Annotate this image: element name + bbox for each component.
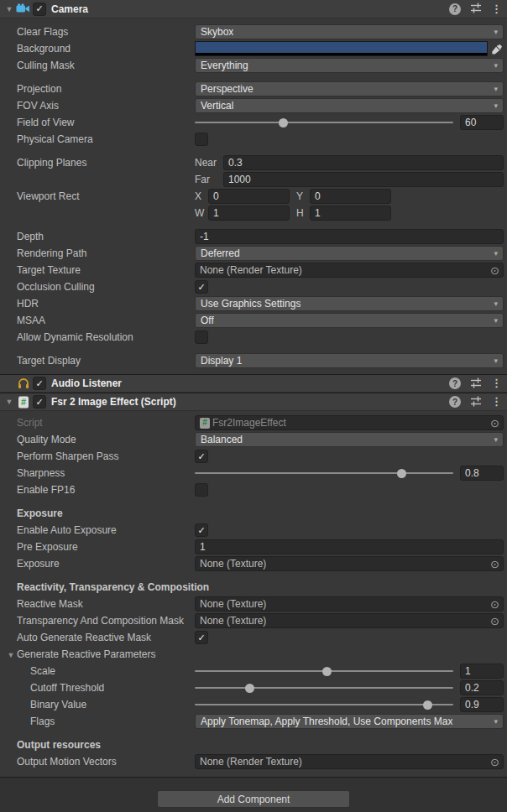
object-picker-icon[interactable]: ⊙ [487, 599, 499, 610]
cutoff-threshold-slider[interactable] [195, 680, 453, 695]
presets-icon[interactable] [470, 377, 482, 391]
scale-input[interactable]: 1 [460, 664, 504, 679]
field-label: Target Texture [0, 264, 195, 276]
audio-listener-component-header[interactable]: ✓ Audio Listener ? ⋮ [0, 374, 507, 393]
slider-knob[interactable] [322, 667, 332, 676]
kebab-menu-icon[interactable]: ⋮ [491, 377, 502, 389]
unity-inspector-panel: ▼ ✓ Camera ? ⋮ Clear Flags Skybox▾ Backg… [0, 0, 507, 812]
occlusion-culling-checkbox[interactable]: ✓ [195, 280, 208, 294]
help-icon[interactable]: ? [449, 377, 461, 389]
field-row-msaa: MSAA Off▾ [0, 312, 507, 329]
camera-component-header[interactable]: ▼ ✓ Camera ? ⋮ [0, 0, 507, 18]
clear-flags-dropdown[interactable]: Skybox▾ [195, 24, 504, 39]
kebab-menu-icon[interactable]: ⋮ [491, 396, 502, 408]
section-header-exposure: Exposure [0, 505, 507, 522]
field-label: Binary Value [0, 699, 195, 710]
field-label: Clipping Planes [0, 157, 195, 169]
field-row-clipping-far: Far 1000 [0, 171, 507, 188]
cutoff-threshold-input[interactable]: 0.2 [460, 680, 504, 695]
pre-exposure-input[interactable]: 1 [195, 539, 504, 554]
field-row-output-motion-vectors: Output Motion Vectors None (Render Textu… [0, 753, 507, 770]
quality-mode-dropdown[interactable]: Balanced▾ [195, 432, 504, 447]
depth-input[interactable]: -1 [195, 229, 504, 244]
field-row-flags: Flags Apply Tonemap, Apply Threshold, Us… [0, 713, 507, 730]
field-of-view-slider[interactable] [195, 115, 453, 130]
chevron-down-icon: ▾ [490, 299, 498, 308]
field-label: Rendering Path [0, 247, 195, 259]
help-icon[interactable]: ? [449, 3, 461, 15]
output-motion-vectors-object-field[interactable]: None (Render Texture)⊙ [195, 754, 504, 769]
fsr2-enabled-checkbox[interactable]: ✓ [33, 395, 46, 409]
field-row-occlusion-culling: Occlusion Culling ✓ [0, 278, 507, 295]
auto-generate-reactive-mask-checkbox[interactable]: ✓ [195, 631, 208, 644]
section-title: Reactivity, Transparency & Composition [0, 581, 353, 593]
chevron-down-icon: ▾ [490, 85, 498, 93]
object-picker-icon[interactable]: ⊙ [487, 616, 499, 627]
viewport-x-input[interactable]: 0 [208, 189, 290, 204]
field-label: Target Display [0, 355, 195, 367]
field-row-fov-axis: FOV Axis Vertical▾ [0, 97, 507, 114]
far-clip-input[interactable]: 1000 [223, 172, 504, 187]
kebab-menu-icon[interactable]: ⋮ [491, 3, 502, 15]
culling-mask-dropdown[interactable]: Everything▾ [195, 58, 504, 73]
enable-auto-exposure-checkbox[interactable]: ✓ [195, 523, 208, 537]
component-title: Audio Listener [51, 377, 122, 389]
projection-dropdown[interactable]: Perspective▾ [195, 81, 504, 96]
field-row-physical-camera: Physical Camera [0, 131, 507, 148]
object-picker-icon[interactable]: ⊙ [487, 757, 499, 768]
field-row-enable-fp16: Enable FP16 [0, 481, 507, 498]
foldout-arrow-icon[interactable]: ▼ [5, 651, 17, 659]
binary-value-slider[interactable] [195, 697, 453, 712]
add-component-button[interactable]: Add Component [157, 790, 350, 808]
chevron-down-icon: ▾ [490, 316, 498, 325]
viewport-w-input[interactable]: 1 [208, 206, 290, 221]
eyedropper-icon[interactable] [491, 42, 504, 55]
slider-knob[interactable] [245, 684, 254, 693]
field-of-view-input[interactable]: 60 [460, 115, 504, 130]
field-label: FOV Axis [0, 100, 195, 112]
sharpness-input[interactable]: 0.8 [460, 466, 504, 481]
object-picker-icon[interactable]: ⊙ [487, 265, 499, 276]
chevron-down-icon: ▾ [490, 61, 498, 70]
field-label: Auto Generate Reactive Mask [0, 632, 195, 643]
slider-knob[interactable] [397, 469, 406, 478]
binary-value-input[interactable]: 0.9 [460, 697, 504, 712]
exposure-object-field[interactable]: None (Texture)⊙ [195, 556, 504, 571]
help-icon[interactable]: ? [449, 396, 461, 408]
viewport-h-input[interactable]: 1 [310, 206, 391, 221]
target-display-dropdown[interactable]: Display 1▾ [195, 353, 504, 368]
object-picker-icon[interactable]: ⊙ [487, 559, 499, 570]
field-label: Transparency And Composition Mask [0, 615, 195, 627]
target-texture-object-field[interactable]: None (Render Texture)⊙ [195, 263, 504, 278]
viewport-y-input[interactable]: 0 [310, 189, 391, 204]
presets-icon[interactable] [470, 395, 482, 409]
sharpness-slider[interactable] [195, 466, 453, 481]
allow-dynamic-resolution-checkbox[interactable] [195, 331, 208, 344]
alpha-bar [196, 53, 487, 55]
slider-knob[interactable] [423, 700, 432, 710]
physical-camera-checkbox[interactable] [195, 133, 208, 146]
foldout-arrow-icon[interactable]: ▼ [3, 398, 15, 406]
field-label: Script [0, 417, 195, 429]
hdr-dropdown[interactable]: Use Graphics Settings▾ [195, 296, 504, 311]
presets-icon[interactable] [470, 2, 482, 16]
foldout-arrow-icon[interactable]: ▼ [3, 5, 15, 13]
fov-axis-dropdown[interactable]: Vertical▾ [195, 98, 504, 113]
near-clip-input[interactable]: 0.3 [223, 155, 504, 170]
field-label: Projection [0, 83, 195, 95]
fsr2-component-header[interactable]: ▼ # ✓ Fsr 2 Image Effect (Script) ? ⋮ [0, 393, 507, 411]
object-picker-icon[interactable]: ⊙ [487, 418, 499, 429]
flags-dropdown[interactable]: Apply Tonemap, Apply Threshold, Use Comp… [195, 714, 504, 729]
background-color-swatch[interactable] [195, 41, 488, 56]
enable-fp16-checkbox[interactable] [195, 483, 208, 497]
reactive-mask-object-field[interactable]: None (Texture)⊙ [195, 596, 504, 612]
slider-knob[interactable] [279, 118, 288, 128]
rendering-path-dropdown[interactable]: Deferred▾ [195, 246, 504, 261]
perform-sharpen-pass-checkbox[interactable]: ✓ [195, 450, 208, 463]
camera-enabled-checkbox[interactable]: ✓ [33, 3, 46, 16]
audio-listener-enabled-checkbox[interactable]: ✓ [33, 377, 46, 390]
transparency-mask-object-field[interactable]: None (Texture)⊙ [195, 613, 504, 628]
scale-slider[interactable] [195, 664, 453, 679]
field-label: Physical Camera [0, 133, 195, 145]
msaa-dropdown[interactable]: Off▾ [195, 313, 504, 328]
